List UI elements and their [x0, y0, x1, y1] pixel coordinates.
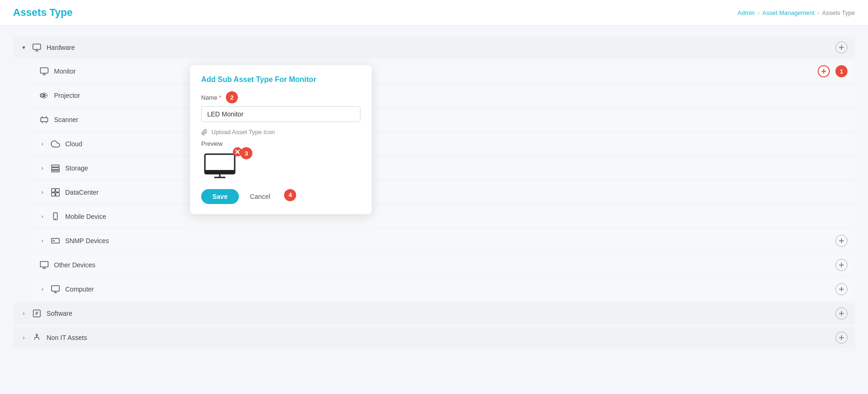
tree-row-other[interactable]: Other Devices — [32, 254, 855, 276]
add-sub-asset-popup: Add Sub Asset Type For Monitor Name * 2 — [190, 65, 372, 214]
add-other-button[interactable] — [835, 259, 848, 271]
breadcrumb-sep1: › — [758, 9, 760, 16]
svg-rect-43 — [52, 286, 60, 292]
tree-label-other: Other Devices — [54, 261, 95, 269]
tree-label-computer: Computer — [65, 285, 94, 293]
cancel-button[interactable]: Cancel — [244, 189, 276, 204]
tree-wrapper: ▾ Hardware — [13, 37, 855, 348]
chevron-mobile: › — [39, 213, 46, 220]
snmp-icon — [50, 236, 61, 246]
scanner-icon — [39, 115, 49, 125]
tree-label-projector: Projector — [54, 92, 80, 99]
tree-row-snmp[interactable]: › SNMP Devices — [32, 230, 855, 251]
chevron-computer: › — [39, 286, 46, 292]
other-icon — [39, 260, 49, 270]
tree-item-nonit: › Non IT Assets — [13, 327, 855, 348]
top-bar: Assets Type Admin › Asset Management › A… — [0, 0, 868, 26]
breadcrumb-sep2: › — [817, 9, 819, 16]
preview-box: 3 — [201, 151, 238, 181]
svg-rect-28 — [56, 189, 60, 192]
tree-item-hardware: ▾ Hardware — [13, 37, 855, 300]
add-snmp-button[interactable] — [835, 235, 848, 247]
chevron-hardware: ▾ — [20, 44, 27, 51]
svg-point-51 — [36, 334, 37, 336]
tree-item-projector: Projector — [13, 85, 855, 106]
storage-icon — [50, 163, 61, 173]
tree-row-software[interactable]: › Software — [13, 303, 855, 324]
tree-row-datacenter[interactable]: › DataCenter — [32, 182, 855, 203]
add-hardware-button[interactable] — [835, 41, 848, 54]
popup-actions: Save Cancel 4 — [201, 189, 360, 204]
step-badge-3: 3 — [240, 147, 252, 159]
tree-label-datacenter: DataCenter — [65, 189, 99, 196]
tree-label-nonit: Non IT Assets — [47, 334, 87, 341]
projector-icon — [39, 90, 49, 101]
asset-tree: ▾ Hardware — [13, 37, 855, 348]
chevron-snmp: › — [39, 238, 46, 244]
breadcrumb-admin[interactable]: Admin — [738, 9, 755, 16]
svg-rect-11 — [205, 170, 235, 174]
add-software-button[interactable] — [835, 307, 848, 319]
upload-label: Upload Asset Type Icon — [211, 129, 275, 136]
tree-row-hardware[interactable]: ▾ Hardware — [13, 37, 855, 58]
add-nonit-button[interactable] — [835, 332, 848, 344]
tree-row-monitor-left: Monitor — [39, 66, 76, 76]
tree-item-other: Other Devices — [13, 254, 855, 276]
tree-label-storage: Storage — [65, 164, 88, 172]
svg-rect-24 — [52, 165, 60, 167]
svg-rect-5 — [41, 68, 48, 74]
preview-label: Preview — [201, 140, 360, 147]
tree-label-hardware: Hardware — [47, 44, 75, 51]
main-content: ▾ Hardware — [0, 26, 868, 362]
tree-label-scanner: Scanner — [54, 116, 78, 123]
svg-rect-29 — [52, 193, 55, 197]
svg-rect-19 — [41, 118, 48, 122]
tree-item-mobile: › Mobile Device — [13, 206, 855, 227]
chevron-datacenter: › — [39, 189, 46, 196]
svg-rect-33 — [52, 238, 60, 243]
nonit-icon — [32, 333, 42, 343]
tree-row-cloud[interactable]: › Cloud — [32, 133, 855, 155]
breadcrumb: Admin › Asset Management › Assets Type — [738, 9, 855, 16]
save-button[interactable]: Save — [201, 189, 239, 204]
add-computer-button[interactable] — [835, 283, 848, 295]
mobile-icon — [50, 211, 61, 222]
upload-row[interactable]: Upload Asset Type Icon — [201, 129, 360, 136]
breadcrumb-asset-management[interactable]: Asset Management — [762, 9, 814, 16]
tree-item-monitor: Monitor 1 — [13, 61, 855, 82]
tree-item-snmp: › SNMP Devices — [13, 230, 855, 251]
tree-item-datacenter: › DataCenter — [13, 182, 855, 203]
monitor-icon — [39, 66, 49, 76]
tree-item-storage: › Storage — [13, 157, 855, 179]
tree-row-mobile[interactable]: › Mobile Device — [32, 206, 855, 227]
tree-row-storage[interactable]: › Storage — [32, 157, 855, 179]
tree-row-hardware-left: ▾ Hardware — [20, 42, 75, 53]
tree-label-monitor: Monitor — [54, 68, 76, 75]
svg-rect-0 — [33, 44, 41, 50]
tree-row-scanner[interactable]: Scanner — [32, 109, 855, 130]
svg-rect-38 — [41, 262, 48, 267]
tree-item-scanner: Scanner — [13, 109, 855, 130]
hardware-children: Monitor 1 — [13, 61, 855, 300]
breadcrumb-assets-type: Assets Type — [822, 9, 855, 16]
svg-rect-27 — [52, 189, 55, 192]
tree-item-computer: › Computer — [13, 279, 855, 300]
add-monitor-button[interactable] — [818, 65, 830, 77]
step-badge-4: 4 — [284, 189, 296, 201]
page-title: Assets Type — [13, 7, 73, 19]
computer-icon — [50, 284, 61, 294]
tree-item-cloud: › Cloud — [13, 133, 855, 155]
tree-row-monitor[interactable]: Monitor 1 — [32, 61, 855, 82]
cloud-icon — [50, 139, 61, 149]
name-input[interactable] — [201, 106, 360, 122]
popup-title: Add Sub Asset Type For Monitor — [201, 75, 360, 84]
tree-row-nonit[interactable]: › Non IT Assets — [13, 327, 855, 348]
hardware-icon — [32, 42, 42, 53]
tree-label-snmp: SNMP Devices — [65, 237, 109, 245]
preview-image — [201, 151, 238, 181]
tree-row-projector[interactable]: Projector — [32, 85, 855, 106]
tree-label-cloud: Cloud — [65, 140, 82, 148]
tree-label-software: Software — [47, 310, 72, 317]
tree-row-computer[interactable]: › Computer — [32, 279, 855, 300]
svg-rect-25 — [52, 168, 60, 170]
